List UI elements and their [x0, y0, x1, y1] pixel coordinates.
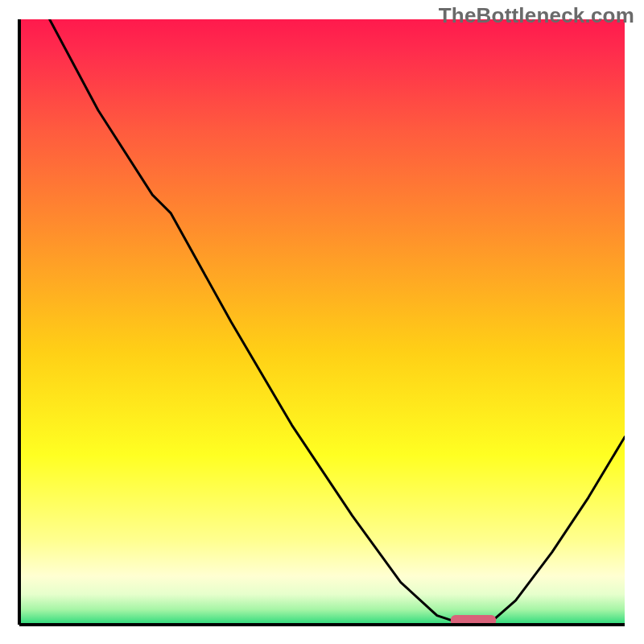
- watermark-text: TheBottleneck.com: [439, 3, 634, 28]
- chart-container: TheBottleneck.com: [0, 0, 644, 644]
- plot-background: [19, 19, 625, 625]
- bottleneck-chart: [0, 0, 644, 644]
